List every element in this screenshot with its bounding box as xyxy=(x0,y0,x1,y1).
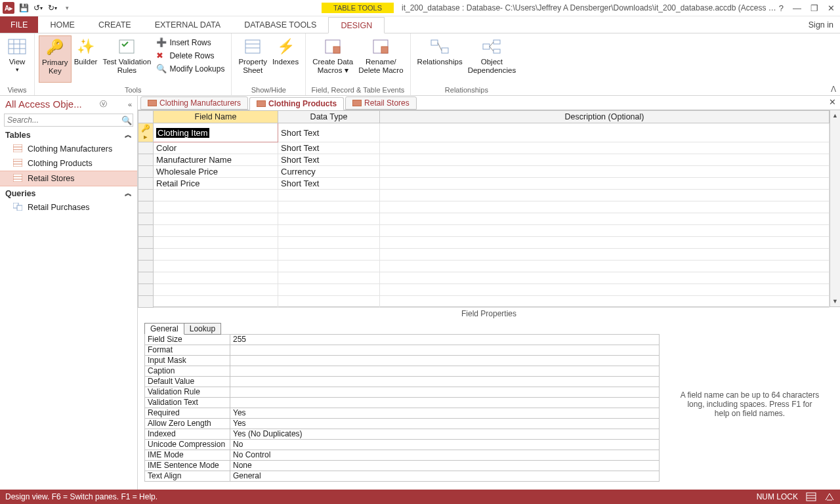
property-name[interactable]: Caption xyxy=(145,366,230,377)
row-selector[interactable] xyxy=(138,178,154,190)
property-value[interactable]: Yes xyxy=(230,419,660,429)
row-selector[interactable] xyxy=(138,225,154,237)
data-type-cell[interactable] xyxy=(278,284,380,296)
col-header-description[interactable]: Description (Optional) xyxy=(380,111,830,123)
tab-external-data[interactable]: EXTERNAL DATA xyxy=(143,16,232,33)
tab-home[interactable]: HOME xyxy=(38,16,87,33)
row-selector[interactable] xyxy=(138,237,154,249)
indexes-button[interactable]: ⚡ Indexes xyxy=(270,35,301,83)
row-selector[interactable] xyxy=(138,296,154,308)
data-type-cell[interactable] xyxy=(278,237,380,249)
doctab-clothing-products[interactable]: Clothing Products xyxy=(249,97,344,110)
property-value[interactable] xyxy=(230,356,660,366)
description-cell[interactable] xyxy=(380,178,830,190)
property-value[interactable] xyxy=(230,345,660,356)
close-icon[interactable]: ✕ xyxy=(828,3,835,13)
property-value[interactable]: None xyxy=(230,461,660,471)
field-name-cell[interactable] xyxy=(154,272,278,284)
data-type-cell[interactable] xyxy=(278,272,380,284)
field-name-cell[interactable]: Clothing Item xyxy=(154,123,278,142)
property-name[interactable]: IME Sentence Mode xyxy=(145,461,230,471)
property-name[interactable]: Format xyxy=(145,345,230,356)
collapse-section-icon[interactable]: ︽ xyxy=(125,188,132,198)
property-value[interactable]: Yes xyxy=(230,408,660,419)
search-input[interactable] xyxy=(5,116,121,125)
nav-dropdown-icon[interactable]: ⓥ xyxy=(100,99,107,109)
description-cell[interactable] xyxy=(380,237,830,249)
field-name-cell[interactable] xyxy=(154,213,278,225)
description-cell[interactable] xyxy=(380,154,830,166)
data-type-cell[interactable] xyxy=(278,213,380,225)
description-cell[interactable] xyxy=(380,272,830,284)
design-grid[interactable]: Field Name Data Type Description (Option… xyxy=(138,110,830,306)
property-name[interactable]: Text Align xyxy=(145,471,230,482)
vertical-scrollbar[interactable]: ▲ ▼ xyxy=(830,110,840,306)
description-cell[interactable] xyxy=(380,142,830,154)
test-validation-button[interactable]: Test Validation Rules xyxy=(100,35,154,83)
description-cell[interactable] xyxy=(380,213,830,225)
data-type-cell[interactable] xyxy=(278,190,380,201)
nav-collapse-icon[interactable]: « xyxy=(128,100,132,108)
insert-rows-button[interactable]: ➕Insert Rows xyxy=(154,37,227,49)
field-name-cell[interactable] xyxy=(154,225,278,237)
property-value[interactable] xyxy=(230,377,660,387)
save-icon[interactable]: 💾 xyxy=(18,3,29,13)
property-name[interactable]: Indexed xyxy=(145,429,230,440)
property-sheet-button[interactable]: Property Sheet xyxy=(236,35,269,83)
datasheet-view-icon[interactable] xyxy=(806,492,816,501)
minimize-icon[interactable]: — xyxy=(793,3,801,13)
property-value[interactable] xyxy=(230,387,660,398)
row-selector-pk[interactable]: 🔑▸ xyxy=(138,123,154,142)
description-cell[interactable] xyxy=(380,201,830,213)
row-selector[interactable] xyxy=(138,272,154,284)
property-value[interactable]: Yes (No Duplicates) xyxy=(230,429,660,440)
description-cell[interactable] xyxy=(380,261,830,272)
row-selector[interactable] xyxy=(138,154,154,166)
sign-in-link[interactable]: Sign in xyxy=(802,17,840,33)
data-type-cell[interactable] xyxy=(278,225,380,237)
nav-item-retail-stores[interactable]: Retail Stores xyxy=(0,171,137,186)
data-type-cell[interactable] xyxy=(278,201,380,213)
data-type-cell[interactable] xyxy=(278,249,380,261)
primary-key-button[interactable]: 🔑 Primary Key xyxy=(39,35,72,83)
property-name[interactable]: IME Mode xyxy=(145,450,230,461)
relationships-button[interactable]: Relationships xyxy=(415,35,465,83)
field-name-cell[interactable] xyxy=(154,249,278,261)
tab-file[interactable]: FILE xyxy=(0,16,38,33)
property-value[interactable]: 255 xyxy=(230,335,660,345)
modify-lookups-button[interactable]: 🔍Modify Lookups xyxy=(154,63,227,75)
tab-create[interactable]: CREATE xyxy=(87,16,143,33)
data-type-cell[interactable]: Short Text xyxy=(278,123,380,142)
rename-delete-macro-button[interactable]: Rename/ Delete Macro xyxy=(356,35,406,83)
field-name-cell[interactable]: Color xyxy=(154,142,278,154)
collapse-section-icon[interactable]: ︽ xyxy=(125,130,132,140)
fprops-tab-lookup[interactable]: Lookup xyxy=(184,323,221,335)
description-cell[interactable] xyxy=(380,190,830,201)
property-name[interactable]: Default Value xyxy=(145,377,230,387)
nav-title[interactable]: All Access Obje... ⓥ « xyxy=(0,96,137,112)
field-name-cell[interactable] xyxy=(154,190,278,201)
field-name-cell[interactable] xyxy=(154,201,278,213)
undo-icon[interactable]: ↺▾ xyxy=(33,3,43,13)
property-name[interactable]: Validation Rule xyxy=(145,387,230,398)
nav-search[interactable]: 🔍 xyxy=(4,114,133,127)
field-name-cell[interactable] xyxy=(154,284,278,296)
row-selector[interactable] xyxy=(138,213,154,225)
row-selector[interactable] xyxy=(138,142,154,154)
property-name[interactable]: Unicode Compression xyxy=(145,440,230,450)
data-type-cell[interactable]: Short Text xyxy=(278,154,380,166)
nav-section-tables[interactable]: Tables︽ xyxy=(0,128,137,142)
data-type-cell[interactable]: Short Text xyxy=(278,142,380,154)
design-view-icon[interactable] xyxy=(824,492,835,501)
property-name[interactable]: Input Mask xyxy=(145,356,230,366)
description-cell[interactable] xyxy=(380,296,830,308)
property-name[interactable]: Field Size xyxy=(145,335,230,345)
redo-icon[interactable]: ↻▾ xyxy=(47,3,58,13)
data-type-cell[interactable] xyxy=(278,296,380,308)
description-cell[interactable] xyxy=(380,225,830,237)
data-type-cell[interactable]: Currency xyxy=(278,166,380,178)
field-name-cell[interactable] xyxy=(154,261,278,272)
description-cell[interactable] xyxy=(380,284,830,296)
field-name-cell[interactable]: Manufacturer Name xyxy=(154,154,278,166)
nav-section-queries[interactable]: Queries︽ xyxy=(0,186,137,200)
